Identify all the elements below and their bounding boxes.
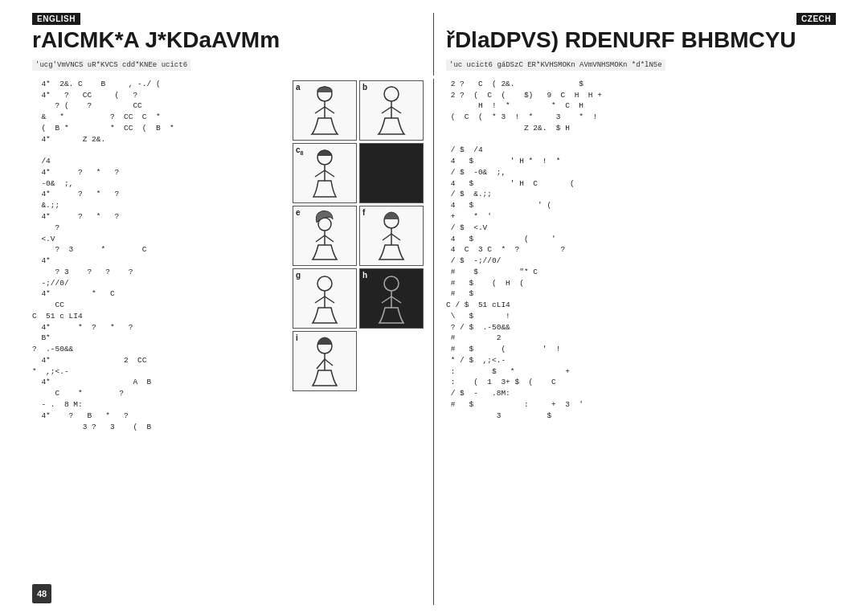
woman-figure-f (367, 210, 416, 262)
svg-line-23 (325, 296, 334, 303)
svg-line-6 (382, 107, 391, 113)
image-g: g (293, 268, 357, 329)
svg-point-20 (317, 276, 332, 291)
svg-line-10 (315, 170, 325, 177)
c-subscript: 8 (301, 150, 304, 156)
woman-figure-b (367, 84, 416, 137)
left-main-title: rAICMK*A J*KDaAVMm (32, 28, 421, 53)
woman-figure-i (301, 335, 349, 387)
right-subtitle: 'uc ucict6 gáDSzC ER*KVHSMOKn AVmVNHSMOK… (446, 59, 665, 71)
page: ENGLISH rAICMK*A J*KDaAVMm 'ucg'VmVNCS u… (0, 0, 868, 613)
left-images: a b (293, 79, 425, 605)
svg-line-18 (383, 234, 391, 240)
svg-line-11 (325, 170, 334, 177)
svg-line-30 (317, 359, 325, 369)
svg-line-22 (315, 296, 325, 303)
image-dark-1 (359, 143, 424, 203)
image-e: e (293, 206, 357, 266)
c-label: c8 (296, 145, 303, 156)
image-f: f (359, 206, 424, 266)
svg-line-19 (391, 234, 400, 240)
image-c: c8 (293, 143, 357, 203)
svg-line-31 (325, 359, 333, 366)
image-b: b (359, 80, 424, 141)
woman-figure-e (301, 210, 349, 262)
left-body-text: 4* 2&. C B , -./ ( 4* ? CC ( ? ? ( ? CC … (32, 79, 289, 605)
left-subtitle: 'ucg'VmVNCS uR*KVCS cdd*KNEe ucict6 (32, 59, 190, 71)
svg-point-4 (384, 87, 399, 101)
czech-badge: CZECH (796, 13, 836, 25)
right-body-text: 2 ? C ( 2&. $ 2 ? ( C ( $) 9 C H H + H !… (446, 79, 836, 422)
image-a: a (293, 80, 357, 141)
woman-figure-a (301, 84, 349, 137)
woman-figure-h-dark (367, 272, 416, 325)
right-main-title: řDlaDPVS) RDENURF BHBMCYU (446, 28, 796, 53)
woman-figure-c (301, 147, 349, 199)
image-i: i (293, 331, 357, 391)
page-number: 48 (32, 584, 51, 603)
svg-line-15 (325, 235, 334, 242)
woman-figure-g (301, 272, 349, 325)
svg-line-26 (382, 296, 391, 303)
right-content: 2 ? C ( 2&. $ 2 ? ( C ( $) 9 C H H + H !… (434, 79, 836, 605)
svg-line-3 (325, 107, 334, 113)
image-h: h (359, 268, 424, 329)
svg-line-7 (391, 107, 401, 113)
svg-line-2 (315, 107, 325, 113)
english-badge: ENGLISH (32, 13, 80, 25)
svg-line-14 (316, 235, 325, 242)
svg-point-24 (384, 276, 399, 291)
svg-line-27 (391, 296, 401, 303)
